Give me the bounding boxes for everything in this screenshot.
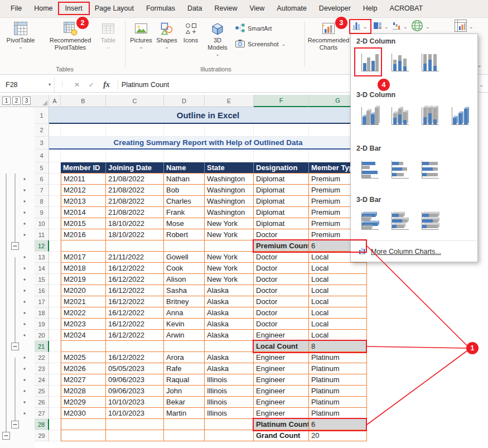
insert-function-icon[interactable]: fx xyxy=(103,80,110,89)
chart-thumb-bar-clustered[interactable] xyxy=(356,157,381,184)
cell[interactable]: Illinois xyxy=(205,386,254,397)
cell[interactable] xyxy=(164,419,205,430)
pivotchart-button[interactable]: ⌄ xyxy=(454,20,473,33)
cell[interactable]: M2027 xyxy=(61,374,106,386)
cell[interactable]: M2015 xyxy=(61,218,106,229)
title-band[interactable]: Outline in Excel xyxy=(49,107,367,124)
cell[interactable]: M2026 xyxy=(61,363,106,374)
cell[interactable]: Engineer xyxy=(254,363,309,374)
cell[interactable]: Charles xyxy=(164,196,205,207)
cell[interactable]: Diplomat xyxy=(254,185,309,196)
cell[interactable] xyxy=(49,263,61,274)
row-header[interactable]: 14 xyxy=(35,263,49,274)
cell[interactable]: M2013 xyxy=(61,196,106,207)
cell[interactable]: New York xyxy=(205,263,254,274)
cell[interactable]: Doctor xyxy=(254,319,309,330)
cell[interactable]: M2029 xyxy=(61,397,106,408)
cell[interactable]: Designation xyxy=(254,162,309,174)
ribbon-tab-page-layout[interactable]: Page Layout xyxy=(89,0,140,17)
cell[interactable]: 10/10/2023 xyxy=(106,408,164,419)
cell[interactable] xyxy=(49,274,61,285)
formula-bar-expand-icon[interactable]: ⌄ xyxy=(479,82,484,88)
cell[interactable]: M2030 xyxy=(61,408,106,419)
row-header[interactable]: 4 xyxy=(35,150,49,162)
cell[interactable]: Alaska xyxy=(205,296,254,307)
cell[interactable]: Raqual xyxy=(164,374,205,386)
subtitle-band[interactable]: Creating Summary Report with Help of Out… xyxy=(49,137,367,150)
cell[interactable]: Cook xyxy=(164,263,205,274)
cell[interactable]: Engineer xyxy=(254,408,309,419)
cell[interactable] xyxy=(61,341,106,352)
ribbon-tab-data[interactable]: Data xyxy=(181,0,208,17)
cancel-icon[interactable]: ✕ xyxy=(74,81,80,89)
cell[interactable]: Engineer xyxy=(254,330,309,341)
cell[interactable] xyxy=(49,408,61,419)
column-header-D[interactable]: D xyxy=(164,95,205,107)
chart-thumb-col3d-plain[interactable] xyxy=(447,103,471,130)
cell[interactable] xyxy=(49,207,61,218)
cell[interactable]: 16/12/2022 xyxy=(106,352,164,363)
cell[interactable] xyxy=(49,240,61,252)
cell[interactable] xyxy=(164,430,205,441)
cell[interactable]: Doctor xyxy=(254,229,309,240)
column-header-E[interactable]: E xyxy=(205,95,254,107)
cell[interactable]: Arora xyxy=(164,352,205,363)
row-header[interactable]: 1 xyxy=(35,107,49,124)
cell[interactable] xyxy=(49,296,61,307)
cell[interactable]: Local xyxy=(309,274,367,285)
cell[interactable]: 21/08/2022 xyxy=(106,185,164,196)
cell[interactable]: 21/08/2022 xyxy=(106,207,164,218)
cell[interactable]: Doctor xyxy=(254,307,309,319)
cell[interactable]: 16/12/2022 xyxy=(106,296,164,307)
cell[interactable]: Alaska xyxy=(205,352,254,363)
screenshot-button[interactable]: Screenshot ⌄ xyxy=(235,39,286,49)
cell[interactable]: 18/10/2022 xyxy=(106,218,164,229)
cell[interactable] xyxy=(49,397,61,408)
row-header[interactable]: 23 xyxy=(35,363,49,374)
cell[interactable]: M2017 xyxy=(61,252,106,263)
cell[interactable] xyxy=(49,185,61,196)
cell[interactable]: M2023 xyxy=(61,319,106,330)
cell[interactable]: 16/12/2022 xyxy=(106,285,164,296)
cell[interactable]: Sasha xyxy=(164,285,205,296)
collapse-ribbon-icon[interactable]: ⌄ xyxy=(477,62,482,68)
cell[interactable] xyxy=(254,150,309,162)
more-column-charts-item[interactable]: More Column Charts... xyxy=(351,240,477,262)
cell[interactable]: Illinois xyxy=(205,408,254,419)
ribbon-tab-file[interactable]: File xyxy=(4,0,28,17)
cell[interactable] xyxy=(49,174,61,185)
cell[interactable]: New York xyxy=(205,218,254,229)
row-header[interactable]: 6 xyxy=(35,174,49,185)
cell[interactable]: Premium Count xyxy=(254,240,309,252)
row-header[interactable]: 16 xyxy=(35,285,49,296)
cell[interactable]: M2016 xyxy=(61,229,106,240)
row-header[interactable]: 25 xyxy=(35,386,49,397)
row-header[interactable]: 29 xyxy=(35,430,49,441)
cell[interactable]: Illinois xyxy=(205,397,254,408)
cell[interactable] xyxy=(106,150,164,162)
cell[interactable]: 16/12/2022 xyxy=(106,263,164,274)
row-header[interactable]: 17 xyxy=(35,296,49,307)
cell[interactable] xyxy=(106,430,164,441)
cell[interactable]: M2014 xyxy=(61,207,106,218)
row-header[interactable]: 21 xyxy=(35,341,49,352)
cell[interactable] xyxy=(49,150,61,162)
cell[interactable]: Arwin xyxy=(164,330,205,341)
cell[interactable]: Platinum xyxy=(309,374,367,386)
pictures-button[interactable]: Pictures ⌄ xyxy=(128,20,154,50)
cell[interactable] xyxy=(49,307,61,319)
cell[interactable]: Rafe xyxy=(164,363,205,374)
cell[interactable] xyxy=(49,252,61,263)
cell[interactable] xyxy=(61,419,106,430)
insert-hierarchy-chart-button[interactable]: ⌄ xyxy=(373,20,389,33)
cell[interactable]: M2012 xyxy=(61,185,106,196)
chart-thumb-col3d-stacked100[interactable] xyxy=(417,103,441,130)
row-header[interactable]: 28 xyxy=(35,419,49,430)
row-header[interactable]: 10 xyxy=(35,218,49,229)
cell[interactable] xyxy=(164,150,205,162)
cell[interactable] xyxy=(61,240,106,252)
cell[interactable]: 10/10/2023 xyxy=(106,397,164,408)
row-header[interactable]: 26 xyxy=(35,397,49,408)
cell[interactable]: Alaska xyxy=(205,330,254,341)
cell[interactable]: Local Count xyxy=(254,341,309,352)
